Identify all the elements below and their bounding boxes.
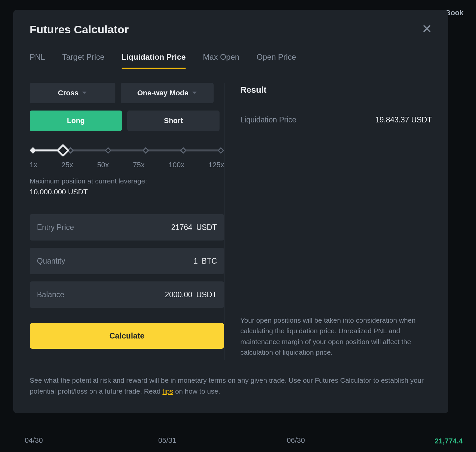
slider-tick — [218, 147, 224, 154]
margin-mode-selected: Cross — [58, 89, 78, 97]
futures-calculator-modal: Futures Calculator PNL Target Price Liqu… — [13, 10, 448, 413]
tips-link[interactable]: tips — [163, 387, 173, 395]
slider-tick — [105, 147, 111, 154]
position-mode-dropdown[interactable]: One-way Mode — [121, 83, 214, 103]
leverage-label-50x: 50x — [97, 161, 109, 169]
balance-unit: USDT — [196, 290, 217, 299]
leverage-label-125x: 125x — [208, 161, 224, 169]
calculate-button[interactable]: Calculate — [30, 323, 224, 349]
result-liq-value: 19,843.37 USDT — [375, 115, 432, 124]
position-mode-selected: One-way Mode — [137, 89, 188, 97]
slider-handle[interactable] — [56, 144, 70, 157]
slider-tick — [142, 147, 149, 154]
tab-liquidation-price[interactable]: Liquidation Price — [122, 52, 186, 69]
chevron-down-icon — [82, 90, 87, 96]
footer-note: See what the potential risk and reward w… — [30, 375, 432, 397]
balance-input[interactable] — [64, 290, 196, 299]
x-tick-3: 06/30 — [287, 436, 305, 445]
x-tick-2: 05/31 — [158, 436, 176, 445]
slider-tick — [180, 147, 187, 154]
entry-price-unit: USDT — [196, 223, 217, 232]
tab-pnl[interactable]: PNL — [30, 52, 45, 69]
max-position-value: 10,000,000 USDT — [30, 188, 224, 196]
entry-price-label: Entry Price — [37, 223, 74, 232]
quantity-input[interactable] — [65, 257, 202, 266]
tab-target-price[interactable]: Target Price — [62, 52, 104, 69]
tabs: PNL Target Price Liquidation Price Max O… — [30, 52, 432, 69]
max-position-label: Maximum position at current leverage: — [30, 177, 224, 185]
tab-max-open[interactable]: Max Open — [203, 52, 239, 69]
leverage-label-1x: 1x — [30, 161, 37, 169]
leverage-label-100x: 100x — [169, 161, 185, 169]
margin-mode-dropdown[interactable]: Cross — [30, 83, 115, 103]
x-tick-1: 04/30 — [25, 436, 43, 445]
slider-tick — [30, 147, 36, 154]
long-button[interactable]: Long — [30, 111, 122, 131]
modal-title: Futures Calculator — [30, 23, 129, 36]
close-icon[interactable] — [422, 24, 432, 35]
leverage-slider[interactable]: 1x 25x 50x 75x 100x 125x — [30, 149, 224, 169]
result-liq-label: Liquidation Price — [240, 115, 296, 124]
balance-label: Balance — [37, 290, 64, 299]
short-button[interactable]: Short — [127, 111, 220, 131]
entry-price-input[interactable] — [74, 223, 196, 232]
quantity-unit: BTC — [202, 257, 217, 266]
result-heading: Result — [240, 85, 432, 95]
quantity-label: Quantity — [37, 257, 65, 266]
leverage-label-25x: 25x — [61, 161, 73, 169]
y-tick-right: 21,774.4 — [434, 437, 463, 445]
leverage-label-75x: 75x — [133, 161, 144, 169]
chevron-down-icon — [192, 90, 197, 96]
result-note: Your open positions will be taken into c… — [240, 315, 432, 358]
tab-open-price[interactable]: Open Price — [256, 52, 296, 69]
